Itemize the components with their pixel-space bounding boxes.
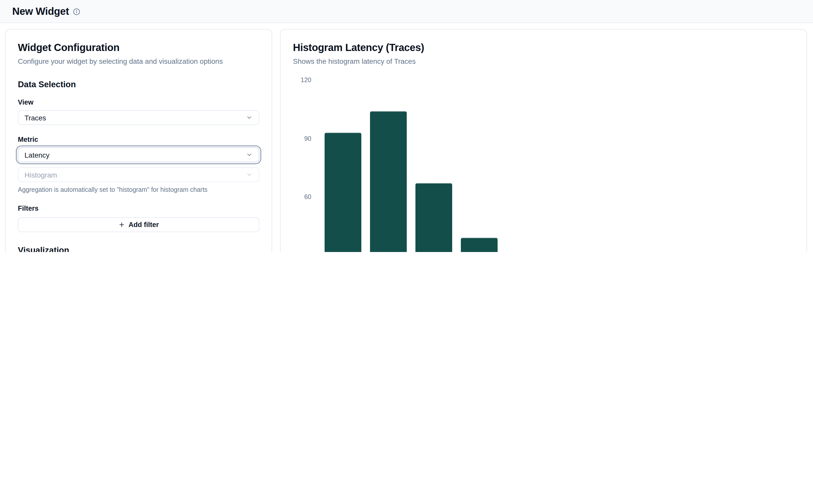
histogram-bar	[370, 111, 406, 252]
histogram-bar	[415, 183, 452, 252]
y-tick-label: 90	[293, 134, 311, 143]
y-tick-label: 30	[293, 251, 311, 252]
view-select[interactable]: Traces	[18, 110, 259, 125]
y-tick-label: 60	[293, 193, 311, 201]
histogram-chart: 0306090120[1.162K, 2.807K][2.807K, 4.804…	[293, 68, 794, 252]
preview-subtitle: Shows the histogram latency of Traces	[293, 57, 794, 66]
histogram-bar	[461, 238, 497, 252]
chevron-down-icon	[246, 152, 253, 158]
preview-title: Histogram Latency (Traces)	[293, 42, 794, 54]
plus-icon	[118, 221, 125, 228]
page-header: New Widget	[0, 0, 813, 23]
aggregation-help-text: Aggregation is automatically set to "his…	[18, 186, 259, 194]
view-label: View	[18, 98, 259, 106]
chevron-down-icon	[246, 114, 253, 121]
aggregation-select-value: Histogram	[24, 171, 57, 179]
config-title: Widget Configuration	[18, 42, 259, 54]
new-widget-page: New Widget Widget Configuration Configur…	[0, 0, 813, 252]
histogram-bar	[324, 133, 361, 252]
visualization-heading: Visualization	[18, 245, 259, 252]
data-selection-heading: Data Selection	[18, 80, 259, 89]
metric-label: Metric	[18, 136, 259, 143]
add-filter-button[interactable]: Add filter	[18, 217, 259, 232]
widget-configuration-card: Widget Configuration Configure your widg…	[5, 29, 272, 252]
config-subtitle: Configure your widget by selecting data …	[18, 57, 259, 66]
info-icon[interactable]	[73, 8, 80, 15]
view-select-value: Traces	[24, 114, 46, 122]
content-area: Widget Configuration Configure your widg…	[0, 23, 813, 252]
chevron-down-icon	[246, 171, 253, 178]
metric-select[interactable]: Latency	[18, 147, 259, 162]
filters-label: Filters	[18, 205, 259, 212]
y-tick-label: 120	[293, 76, 311, 84]
chart-preview-card: Histogram Latency (Traces) Shows the his…	[280, 29, 807, 252]
add-filter-label: Add filter	[129, 221, 159, 229]
page-title: New Widget	[12, 5, 69, 17]
aggregation-select: Histogram	[18, 167, 259, 182]
metric-select-value: Latency	[24, 151, 49, 159]
